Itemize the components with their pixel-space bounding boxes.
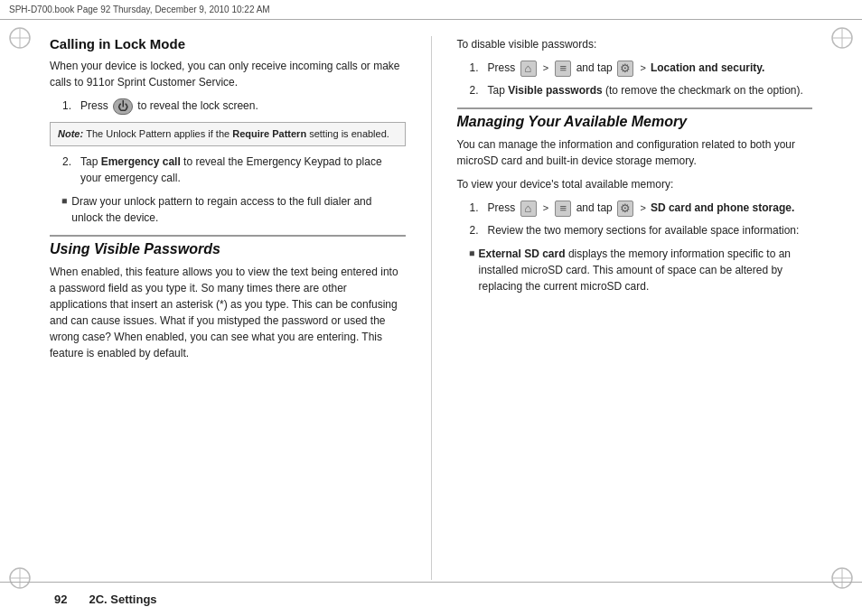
note-text: The Unlock Pattern applies if the Requir…: [86, 128, 389, 139]
mem-bullet-content: External SD card displays the memory inf…: [479, 246, 813, 294]
dis-step2-content: Tap Visible passwords (to remove the che…: [488, 82, 813, 98]
sd-card-bold: SD card and phone storage.: [651, 201, 794, 214]
chevron2: >: [640, 62, 648, 73]
mem-step1-num: 1.: [470, 200, 484, 216]
left-col: Calling in Lock Mode When your device is…: [50, 36, 406, 580]
bullet1-text: Draw your unlock pattern to regain acces…: [71, 193, 405, 226]
note-box: Note: The Unlock Pattern applies if the …: [50, 122, 406, 146]
require-pattern-bold: Require Pattern: [232, 128, 306, 139]
power-icon: [113, 98, 133, 115]
dis-step1-andtap: and tap: [576, 61, 615, 74]
mem-step2-num: 2.: [470, 222, 484, 238]
disable-step1: 1. Press > and tap > Location and securi…: [470, 60, 813, 77]
mem-step2-content: Review the two memory sections for avail…: [488, 222, 813, 238]
calling-lock-mode-section: Calling in Lock Mode When your device is…: [50, 36, 406, 226]
bullet-sym: ◾: [59, 194, 68, 208]
view-memory-intro: To view your device's total available me…: [457, 176, 813, 192]
calling-lock-steps: 1. Press to reveal the lock screen.: [62, 98, 406, 115]
lock-mode-bullet1: ◾ Draw your unlock pattern to regain acc…: [59, 193, 406, 226]
dis-step1-num: 1.: [470, 60, 484, 76]
managing-memory-title: Managing Your Available Memory: [457, 107, 813, 130]
managing-memory-steps: 1. Press > and tap > SD card and phone s…: [470, 200, 813, 238]
content-area: Calling in Lock Mode When your device is…: [50, 20, 812, 580]
disable-passwords-steps: 1. Press > and tap > Location and securi…: [470, 60, 813, 98]
footer-section-label: 2C. Settings: [89, 593, 156, 606]
calling-lock-body: When your device is locked, you can only…: [50, 58, 406, 90]
mem-step2: 2. Review the two memory sections for av…: [470, 222, 813, 238]
disable-passwords-section: To disable visible passwords: 1. Press >…: [457, 36, 813, 98]
managing-memory-section: Managing Your Available Memory You can m…: [457, 107, 813, 294]
calling-lock-title: Calling in Lock Mode: [50, 36, 406, 51]
menu-icon: [555, 61, 571, 77]
visible-passwords-title: Using Visible Passwords: [50, 235, 406, 257]
mem-chevron2: >: [640, 202, 648, 213]
location-security-bold: Location and security.: [651, 61, 764, 74]
step1-num: 1.: [62, 98, 77, 114]
page-wrapper: SPH-D700.book Page 92 Thursday, December…: [0, 0, 862, 616]
mem-bullet1: ◾ External SD card displays the memory i…: [466, 246, 813, 294]
mem-step2-text: Review the two memory sections for avail…: [488, 224, 800, 237]
step1-reveal-label: to reveal the lock screen.: [137, 99, 258, 112]
visible-passwords-body: When enabled, this feature allows you to…: [50, 264, 406, 361]
chevron1: >: [543, 62, 551, 73]
visible-passwords-section: Using Visible Passwords When enabled, th…: [50, 235, 406, 361]
step1-content: Press to reveal the lock screen.: [80, 98, 406, 115]
home-icon: [520, 61, 537, 77]
menu-icon2: [555, 201, 571, 217]
visible-passwords-bold: Visible passwords: [508, 84, 603, 97]
gear-icon2: [617, 201, 633, 217]
mem-step1-content: Press > and tap > SD card and phone stor…: [488, 200, 813, 217]
external-sd-bold: External SD card: [479, 247, 566, 260]
note-label: Note:: [58, 128, 86, 139]
managing-memory-body: You can manage the information and confi…: [457, 136, 813, 169]
step2-tap-label: Tap: [80, 155, 101, 168]
disable-passwords-intro: To disable visible passwords:: [457, 36, 813, 52]
calling-lock-step1: 1. Press to reveal the lock screen.: [62, 98, 406, 115]
dis-step1-press: Press: [488, 61, 519, 74]
footer-page-number: 92: [54, 593, 67, 606]
mem-chevron1: >: [543, 202, 551, 213]
gear-icon: [617, 61, 633, 77]
book-info: SPH-D700.book Page 92 Thursday, December…: [9, 5, 853, 14]
emergency-call-bold: Emergency call: [101, 155, 181, 168]
col-divider: [431, 36, 432, 580]
lock-mode-bullets: ◾ Draw your unlock pattern to regain acc…: [59, 193, 406, 226]
managing-memory-bullets: ◾ External SD card displays the memory i…: [466, 246, 813, 294]
mem-step1-press: Press: [488, 201, 519, 214]
mem-step1: 1. Press > and tap > SD card and phone s…: [470, 200, 813, 217]
step2-content: Tap Emergency call to reveal the Emergen…: [80, 154, 406, 186]
step1-press-label: Press: [80, 99, 111, 112]
dis-step2-text: (to remove the checkmark on the option).: [605, 84, 803, 97]
mem-bullet-sym: ◾: [466, 247, 475, 260]
corner-mark-tl: [7, 25, 33, 51]
dis-step1-content: Press > and tap > Location and security.: [488, 60, 813, 77]
calling-lock-step2: 2. Tap Emergency call to reveal the Emer…: [62, 154, 406, 186]
corner-mark-tr: [829, 25, 855, 51]
footer: 92 2C. Settings: [0, 582, 862, 616]
mem-step1-andtap: and tap: [576, 201, 615, 214]
dis-step2-num: 2.: [470, 82, 484, 98]
home-icon2: [520, 201, 537, 217]
disable-step2: 2. Tap Visible passwords (to remove the …: [470, 82, 813, 98]
header-bar: SPH-D700.book Page 92 Thursday, December…: [0, 0, 862, 20]
right-col: To disable visible passwords: 1. Press >…: [457, 36, 813, 580]
calling-lock-steps2: 2. Tap Emergency call to reveal the Emer…: [62, 154, 406, 186]
step2-num: 2.: [62, 154, 77, 170]
dis-step2-tap: Tap: [488, 84, 509, 97]
